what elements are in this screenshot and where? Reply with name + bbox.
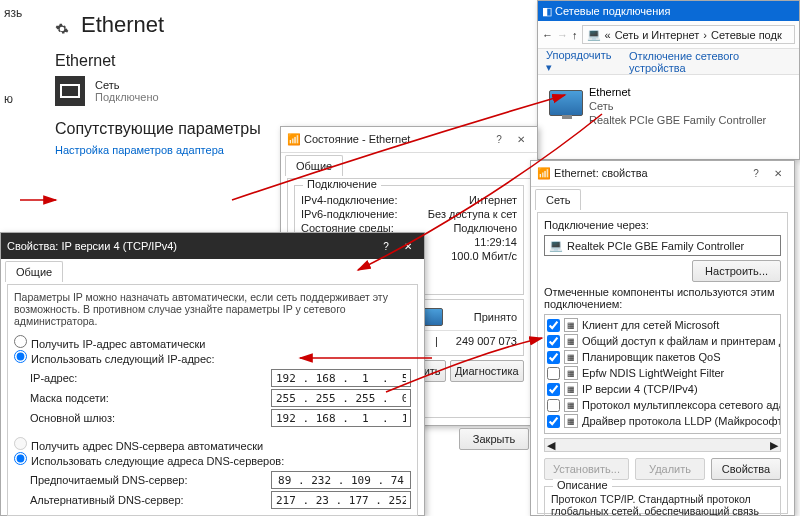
nav-back-icon[interactable]: ← [542, 29, 553, 41]
description-text: Протокол TCP/IP. Стандартный протокол гл… [551, 493, 774, 516]
nic-icon: 💻 [549, 239, 563, 252]
adapter-field: 💻 Realtek PCIe GBE Family Controller [544, 235, 781, 256]
side-item[interactable]: язь [0, 0, 50, 26]
device-name: Сеть [95, 79, 159, 91]
ethernet-properties-window: 📶 Ethernet: свойства ?✕ Сеть Подключение… [530, 160, 795, 516]
component-item[interactable]: ▦Планировщик пакетов QoS [547, 349, 781, 365]
ip-auto-radio[interactable] [14, 335, 27, 348]
component-checkbox[interactable] [547, 319, 560, 332]
component-item[interactable]: ▦Общий доступ к файлам и принтерам для с… [547, 333, 781, 349]
component-checkbox[interactable] [547, 351, 560, 364]
description-text: Параметры IP можно назначать автоматичес… [14, 291, 411, 327]
component-checkbox[interactable] [547, 383, 560, 396]
organize-menu[interactable]: Упорядочить ▾ [546, 49, 617, 74]
help-icon[interactable]: ? [746, 166, 766, 182]
adapter-device: Realtek PCIe GBE Family Controller [589, 114, 766, 128]
component-label: Планировщик пакетов QoS [582, 351, 721, 363]
adapter-name: Ethernet [589, 86, 766, 100]
adapter-icon [549, 86, 583, 120]
titlebar: Свойства: IP версии 4 (TCP/IPv4) ?✕ [1, 233, 424, 259]
component-item[interactable]: ▦Протокол мультиплексора сетевого адапте… [547, 397, 781, 413]
props-button[interactable]: Свойства [711, 458, 781, 480]
network-connections-window: ◧ Сетевые подключения ← → ↑ 💻 « Сеть и И… [537, 0, 800, 160]
component-icon: ▦ [564, 398, 578, 412]
close-button[interactable]: Закрыть [459, 428, 529, 450]
components-label: Отмеченные компоненты используются этим … [544, 286, 781, 310]
gear-icon [55, 22, 69, 36]
dns1-input[interactable] [271, 471, 411, 489]
description-heading: Описание [553, 479, 612, 491]
component-icon: ▦ [564, 318, 578, 332]
component-label: Epfw NDIS LightWeight Filter [582, 367, 724, 379]
subnet-mask-input[interactable] [271, 389, 411, 407]
section-heading: Ethernet [55, 52, 525, 70]
group-connection: Подключение [303, 178, 381, 190]
components-list[interactable]: ▦Клиент для сетей Microsoft▦Общий доступ… [544, 314, 781, 434]
ip-manual-radio[interactable] [14, 350, 27, 363]
component-item[interactable]: ▦Драйвер протокола LLDP (Майкрософт) [547, 413, 781, 429]
adapter-item[interactable]: Ethernet Сеть Realtek PCIe GBE Family Co… [544, 81, 793, 132]
gateway-input[interactable] [271, 409, 411, 427]
component-checkbox[interactable] [547, 399, 560, 412]
dns-manual-radio[interactable] [14, 452, 27, 465]
component-icon: ▦ [564, 382, 578, 396]
remove-button: Удалить [635, 458, 705, 480]
titlebar: ◧ Сетевые подключения [538, 1, 799, 21]
nic-icon: 💻 [587, 28, 601, 41]
component-label: Общий доступ к файлам и принтерам для се… [582, 335, 781, 347]
install-button[interactable]: Установить... [544, 458, 629, 480]
side-item[interactable]: ю [0, 86, 50, 112]
ip-address-input[interactable] [271, 369, 411, 387]
configure-button[interactable]: Настроить... [692, 260, 781, 282]
ipv4-properties-window: Свойства: IP версии 4 (TCP/IPv4) ?✕ Общи… [0, 232, 425, 516]
dns2-input[interactable] [271, 491, 411, 509]
component-item[interactable]: ▦Клиент для сетей Microsoft [547, 317, 781, 333]
help-icon[interactable]: ? [376, 238, 396, 254]
component-checkbox[interactable] [547, 367, 560, 380]
component-label: Клиент для сетей Microsoft [582, 319, 719, 331]
component-checkbox[interactable] [547, 335, 560, 348]
component-icon: ▦ [564, 350, 578, 364]
component-label: IP версии 4 (TCP/IPv4) [582, 383, 698, 395]
component-item[interactable]: ▦IP версии 4 (TCP/IPv4) [547, 381, 781, 397]
monitor-icon [55, 76, 85, 106]
disable-device-button[interactable]: Отключение сетевого устройства [629, 50, 791, 74]
titlebar: 📶 Состояние - Ethernet ? ✕ [281, 127, 537, 153]
connect-using-label: Подключение через: [544, 219, 781, 231]
titlebar: 📶 Ethernet: свойства ?✕ [531, 161, 794, 187]
breadcrumb[interactable]: ← → ↑ 💻 « Сеть и Интернет › Сетевые подк [538, 21, 799, 49]
component-label: Драйвер протокола LLDP (Майкрософт) [582, 415, 781, 427]
diagnostics-button[interactable]: Диагностика [450, 360, 524, 382]
network-device[interactable]: Сеть Подключено [55, 76, 525, 106]
device-status: Подключено [95, 91, 159, 103]
component-icon: ▦ [564, 334, 578, 348]
tab-general[interactable]: Общие [285, 155, 343, 176]
component-label: Протокол мультиплексора сетевого адаптер… [582, 399, 781, 411]
component-icon: ▦ [564, 366, 578, 380]
component-item[interactable]: ▦Epfw NDIS LightWeight Filter [547, 365, 781, 381]
dns-auto-radio [14, 437, 27, 450]
tab-general[interactable]: Общие [5, 261, 63, 282]
scrollbar-horizontal[interactable]: ◀▶ [544, 438, 781, 452]
close-icon[interactable]: ✕ [511, 132, 531, 148]
close-icon[interactable]: ✕ [398, 238, 418, 254]
help-icon[interactable]: ? [489, 132, 509, 148]
nav-up-icon[interactable]: ↑ [572, 29, 578, 41]
explorer-title: ◧ Сетевые подключения [542, 5, 670, 18]
nav-fwd-icon[interactable]: → [557, 29, 568, 41]
page-title: Ethernet [81, 12, 164, 38]
close-icon[interactable]: ✕ [768, 166, 788, 182]
component-icon: ▦ [564, 414, 578, 428]
toolbar: Упорядочить ▾ Отключение сетевого устрой… [538, 49, 799, 75]
adapter-network: Сеть [589, 100, 766, 114]
tab-network[interactable]: Сеть [535, 189, 581, 210]
component-checkbox[interactable] [547, 415, 560, 428]
